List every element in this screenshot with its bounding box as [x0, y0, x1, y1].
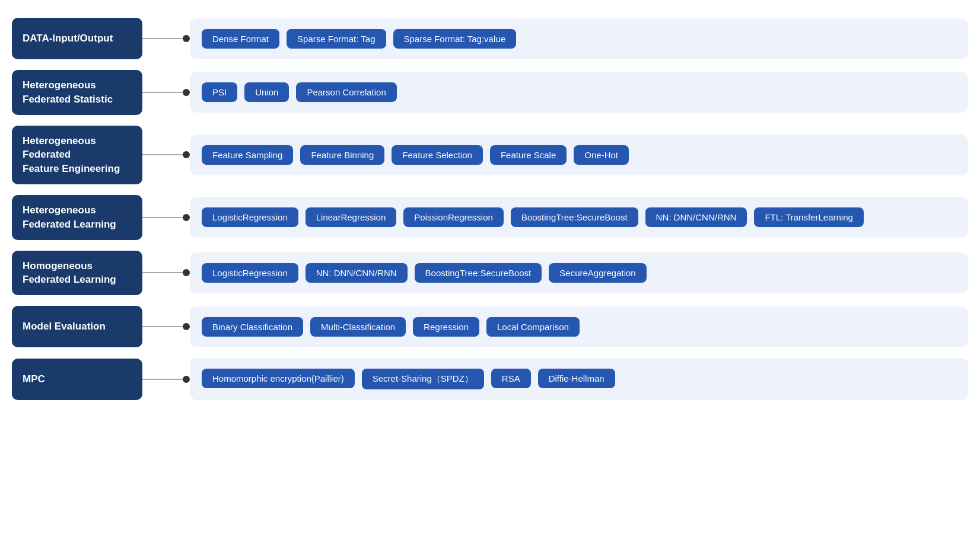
- row-heterogeneous-federated-statistic: Heterogeneous Federated StatisticPSIUnio…: [12, 70, 968, 115]
- connector-line-homogeneous-federated-learning: [142, 272, 183, 273]
- tag-heterogeneous-federated-learning-1[interactable]: LinearRegression: [306, 207, 397, 227]
- category-heterogeneous-federated-learning: Heterogeneous Federated Learning: [12, 195, 142, 240]
- tag-heterogeneous-federated-feature-engineering-4[interactable]: One-Hot: [574, 145, 629, 165]
- connector-dot-heterogeneous-federated-statistic: [183, 89, 190, 96]
- tag-heterogeneous-federated-learning-2[interactable]: PoissionRegression: [403, 207, 504, 227]
- items-panel-heterogeneous-federated-learning: LogisticRegressionLinearRegressionPoissi…: [190, 197, 968, 238]
- row-mpc: MPCHomomorphic encryption(Paillier)Secre…: [12, 358, 968, 400]
- category-mpc: MPC: [12, 359, 142, 400]
- connector-mpc: [142, 376, 190, 383]
- tag-heterogeneous-federated-learning-3[interactable]: BoostingTree:SecureBoost: [511, 207, 638, 227]
- tag-heterogeneous-federated-feature-engineering-1[interactable]: Feature Binning: [300, 145, 384, 165]
- tag-heterogeneous-federated-feature-engineering-2[interactable]: Feature Selection: [392, 145, 483, 165]
- connector-model-evaluation: [142, 323, 190, 330]
- connector-dot-heterogeneous-federated-feature-engineering: [183, 151, 190, 158]
- row-data-input-output: DATA-Input/OutputDense FormatSparse Form…: [12, 18, 968, 59]
- tag-homogeneous-federated-learning-0[interactable]: LogisticRegression: [202, 263, 298, 283]
- connector-dot-data-input-output: [183, 35, 190, 42]
- connector-line-model-evaluation: [142, 326, 183, 327]
- tag-homogeneous-federated-learning-1[interactable]: NN: DNN/CNN/RNN: [306, 263, 408, 283]
- connector-line-heterogeneous-federated-statistic: [142, 92, 183, 93]
- connector-data-input-output: [142, 35, 190, 42]
- connector-line-mpc: [142, 379, 183, 380]
- connector-line-data-input-output: [142, 38, 183, 39]
- tag-heterogeneous-federated-learning-4[interactable]: NN: DNN/CNN/RNN: [645, 207, 747, 227]
- category-data-input-output: DATA-Input/Output: [12, 18, 142, 59]
- row-homogeneous-federated-learning: Homogeneous Federated LearningLogisticRe…: [12, 251, 968, 296]
- category-heterogeneous-federated-statistic: Heterogeneous Federated Statistic: [12, 70, 142, 115]
- tag-heterogeneous-federated-feature-engineering-3[interactable]: Feature Scale: [490, 145, 567, 165]
- items-panel-data-input-output: Dense FormatSparse Format: TagSparse For…: [190, 18, 968, 59]
- tag-data-input-output-0[interactable]: Dense Format: [202, 29, 279, 49]
- items-panel-mpc: Homomorphic encryption(Paillier)Secret-S…: [190, 358, 968, 400]
- connector-dot-model-evaluation: [183, 323, 190, 330]
- connector-line-heterogeneous-federated-feature-engineering: [142, 154, 183, 155]
- tag-model-evaluation-1[interactable]: Multi-Classification: [310, 317, 406, 337]
- tag-model-evaluation-0[interactable]: Binary Classification: [202, 317, 303, 337]
- tag-heterogeneous-federated-learning-5[interactable]: FTL: TransferLearning: [754, 207, 863, 227]
- tag-mpc-3[interactable]: Diffie-Hellman: [538, 369, 615, 388]
- tag-homogeneous-federated-learning-3[interactable]: SecureAggregation: [549, 263, 646, 283]
- tag-data-input-output-1[interactable]: Sparse Format: Tag: [287, 29, 386, 49]
- connector-dot-homogeneous-federated-learning: [183, 269, 190, 276]
- items-panel-heterogeneous-federated-feature-engineering: Feature SamplingFeature BinningFeature S…: [190, 135, 968, 175]
- items-panel-model-evaluation: Binary ClassificationMulti-Classificatio…: [190, 306, 968, 347]
- row-heterogeneous-federated-learning: Heterogeneous Federated LearningLogistic…: [12, 195, 968, 240]
- tag-heterogeneous-federated-statistic-1[interactable]: Union: [244, 82, 289, 102]
- tag-heterogeneous-federated-feature-engineering-0[interactable]: Feature Sampling: [202, 145, 293, 165]
- category-homogeneous-federated-learning: Homogeneous Federated Learning: [12, 251, 142, 296]
- tag-mpc-0[interactable]: Homomorphic encryption(Paillier): [202, 369, 355, 388]
- tag-data-input-output-2[interactable]: Sparse Format: Tag:value: [393, 29, 516, 49]
- category-heterogeneous-federated-feature-engineering: Heterogeneous Federated Feature Engineer…: [12, 126, 142, 184]
- connector-homogeneous-federated-learning: [142, 269, 190, 276]
- row-model-evaluation: Model EvaluationBinary ClassificationMul…: [12, 306, 968, 347]
- tag-mpc-2[interactable]: RSA: [491, 369, 531, 388]
- tag-mpc-1[interactable]: Secret-Sharing（SPDZ）: [362, 369, 484, 389]
- connector-line-heterogeneous-federated-learning: [142, 217, 183, 218]
- tag-homogeneous-federated-learning-2[interactable]: BoostingTree:SecureBoost: [415, 263, 542, 283]
- tag-heterogeneous-federated-learning-0[interactable]: LogisticRegression: [202, 207, 298, 227]
- connector-dot-heterogeneous-federated-learning: [183, 214, 190, 221]
- items-panel-homogeneous-federated-learning: LogisticRegressionNN: DNN/CNN/RNNBoostin…: [190, 252, 968, 293]
- row-heterogeneous-federated-feature-engineering: Heterogeneous Federated Feature Engineer…: [12, 126, 968, 184]
- tag-model-evaluation-3[interactable]: Local Comparison: [486, 317, 580, 337]
- connector-heterogeneous-federated-feature-engineering: [142, 151, 190, 158]
- connector-dot-mpc: [183, 376, 190, 383]
- tag-heterogeneous-federated-statistic-2[interactable]: Pearson Correlation: [296, 82, 396, 102]
- items-panel-heterogeneous-federated-statistic: PSIUnionPearson Correlation: [190, 72, 968, 113]
- category-model-evaluation: Model Evaluation: [12, 306, 142, 347]
- tag-heterogeneous-federated-statistic-0[interactable]: PSI: [202, 82, 237, 102]
- diagram: DATA-Input/OutputDense FormatSparse Form…: [12, 18, 968, 400]
- tag-model-evaluation-2[interactable]: Regression: [413, 317, 479, 337]
- connector-heterogeneous-federated-statistic: [142, 89, 190, 96]
- connector-heterogeneous-federated-learning: [142, 214, 190, 221]
